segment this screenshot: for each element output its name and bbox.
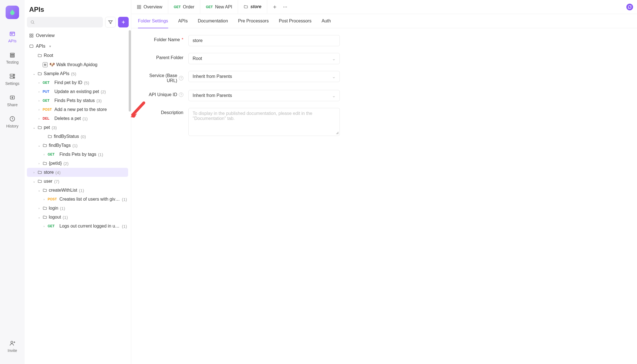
subtab-folder-settings[interactable]: Folder Settings — [138, 14, 168, 28]
overview-icon — [29, 33, 34, 38]
subtab-apis[interactable]: APIs — [178, 14, 188, 28]
chevron-right-icon: › — [42, 152, 46, 156]
svg-point-12 — [11, 341, 13, 343]
tree-findbytags[interactable]: ⌄ findByTags (1) — [27, 141, 128, 150]
tree-user[interactable]: ⌄ user (7) — [27, 177, 128, 186]
svg-rect-22 — [137, 7, 139, 9]
tree-sample-apis[interactable]: ⌄ Sample APIs (5) — [27, 69, 128, 78]
subtab-post-processors[interactable]: Post Processors — [279, 14, 311, 28]
tab-new-api[interactable]: GET New API — [200, 0, 238, 14]
rail-apis-label: APIs — [8, 39, 17, 43]
folder-icon — [43, 206, 47, 210]
chevron-down-icon: ⌄ — [332, 93, 336, 98]
tree-sample-child[interactable]: › PUT Update an existing pet (2) — [27, 87, 128, 96]
chevron-right-icon: › — [42, 197, 46, 201]
chevron-right-icon: › — [37, 161, 41, 165]
testing-icon — [9, 52, 16, 58]
tabs-bar: Overview GET Order GET New API store — [131, 0, 637, 14]
tree-overview[interactable]: Overview — [27, 31, 128, 40]
markdown-icon: M — [43, 62, 48, 67]
folder-icon — [38, 179, 42, 184]
subtab-pre-processors[interactable]: Pre Processors — [238, 14, 269, 28]
tab-overview[interactable]: Overview — [131, 0, 168, 14]
svg-rect-20 — [137, 5, 139, 7]
chevron-right-icon: › — [37, 99, 41, 103]
tree-findbytags-child[interactable]: › GET Finds Pets by tags (1) — [27, 150, 128, 159]
svg-rect-14 — [30, 34, 31, 35]
tree-pet[interactable]: ⌄ pet (3) — [27, 123, 128, 132]
search-input[interactable] — [27, 17, 103, 27]
rail-apis[interactable]: APIs — [0, 27, 25, 46]
service-select[interactable]: Inherit from Parents ⌄ — [188, 71, 340, 82]
folder-icon — [43, 215, 47, 219]
tree-petid[interactable]: › {petId} (2) — [27, 159, 128, 168]
scrollbar[interactable] — [129, 30, 131, 112]
tree-logout[interactable]: ⌄ logout (1) — [27, 213, 128, 222]
overview-icon — [137, 5, 141, 9]
help-icon[interactable]: ? — [179, 92, 183, 97]
help-icon[interactable]: ? — [179, 76, 183, 80]
tree-findbystatus[interactable]: findByStatus (0) — [27, 132, 128, 141]
rail-settings-label: Settings — [5, 81, 20, 86]
rail-history[interactable]: History — [0, 113, 25, 131]
rail-settings[interactable]: Settings — [0, 70, 25, 89]
more-tabs-button[interactable] — [282, 4, 288, 10]
folder-icon — [43, 188, 47, 193]
folder-icon — [38, 125, 42, 130]
parent-folder-select[interactable]: Root ⌄ — [188, 53, 340, 64]
tree-sample-child[interactable]: › DEL Deletes a pet (1) — [27, 114, 128, 123]
tree-store[interactable]: › store (4) — [27, 168, 128, 177]
app-logo[interactable] — [6, 6, 19, 19]
sidebar: APIs Overview APIs ▼ Root — [25, 0, 131, 364]
tree-createwithlist-child[interactable]: › POST Creates list of users with given … — [27, 195, 128, 204]
tree-area[interactable]: Overview APIs ▼ Root M 🐶 Walk through Ap… — [25, 30, 131, 364]
rail-invite[interactable]: Invite — [0, 337, 25, 356]
apis-icon — [9, 30, 16, 37]
chevron-down-icon: ⌄ — [32, 179, 36, 183]
chevron-down-icon: ⌄ — [332, 74, 336, 79]
folder-icon — [48, 134, 52, 139]
svg-point-9 — [13, 77, 14, 78]
tree-root[interactable]: Root — [27, 51, 128, 60]
chevron-down-icon: ⌄ — [332, 56, 336, 61]
subtab-documentation[interactable]: Documentation — [198, 14, 228, 28]
api-unique-id-label: API Unique ID? — [138, 90, 188, 97]
tree-root-label: Root — [44, 53, 53, 58]
search-icon — [30, 20, 35, 24]
chevron-down-icon: ⌄ — [37, 215, 41, 219]
tree-walk[interactable]: M 🐶 Walk through Apidog — [27, 60, 128, 69]
tree-sample-child[interactable]: › GET Find pet by ID (5) — [27, 78, 128, 87]
add-button[interactable] — [118, 17, 129, 27]
caret-down-icon: ▼ — [49, 45, 52, 48]
tree-login[interactable]: › login (1) — [27, 204, 128, 213]
left-rail: APIs Testing Settings Share History Invi… — [0, 0, 25, 364]
tab-order[interactable]: GET Order — [168, 0, 200, 14]
rail-testing[interactable]: Testing — [0, 49, 25, 67]
api-unique-id-select[interactable]: Inherit from Parents ⌄ — [188, 90, 340, 101]
chevron-down-icon: ⌄ — [32, 126, 36, 129]
tree-apis-head[interactable]: APIs ▼ — [27, 41, 128, 51]
subtab-auth[interactable]: Auth — [322, 14, 331, 28]
svg-rect-5 — [10, 56, 15, 57]
tree-sample-child[interactable]: › POST Add a new pet to the store — [27, 105, 128, 114]
svg-rect-4 — [10, 55, 15, 56]
rail-history-label: History — [6, 124, 19, 128]
tree-createwithlist[interactable]: ⌄ createWithList (1) — [27, 186, 128, 195]
history-icon — [9, 115, 16, 122]
apis-head-icon — [29, 44, 34, 48]
sync-button[interactable] — [626, 4, 633, 10]
tree-logout-child[interactable]: › GET Logs out current logged in user...… — [27, 222, 128, 231]
main-content: Overview GET Order GET New API store Fol… — [131, 0, 637, 364]
description-textarea[interactable]: To display in the published documentatio… — [188, 108, 340, 136]
rail-share[interactable]: Share — [0, 91, 25, 110]
folder-icon — [38, 53, 42, 58]
form-area: Folder Name* store Parent Folder Root ⌄ … — [131, 28, 637, 149]
settings-icon — [9, 73, 16, 80]
tree-sample-child[interactable]: › GET Finds Pets by status (3) — [27, 96, 128, 105]
svg-point-1 — [11, 34, 11, 34]
folder-name-input[interactable]: store — [188, 35, 340, 46]
tab-store[interactable]: store — [238, 0, 267, 14]
new-tab-button[interactable] — [272, 4, 277, 10]
resize-grip-icon[interactable]: ◢ — [336, 131, 338, 135]
filter-button[interactable] — [105, 17, 116, 27]
